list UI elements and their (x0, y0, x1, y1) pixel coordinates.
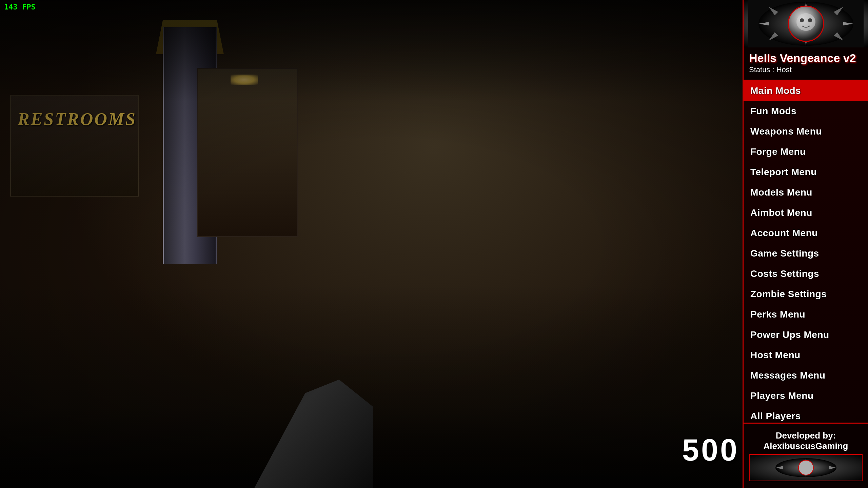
menu-item-weapons-menu[interactable]: Weapons Menu (744, 121, 868, 142)
menu-item-forge-menu[interactable]: Forge Menu (744, 142, 868, 162)
menu-item-main-mods[interactable]: Main Mods (744, 81, 868, 101)
game-viewport: RESTROOMS (0, 0, 868, 488)
fps-counter: 143 FPS (4, 3, 36, 11)
menu-panel: Hells Vengeance v2 Status : Host Main Mo… (743, 0, 868, 488)
menu-title-area: Hells Vengeance v2 Status : Host (744, 47, 868, 80)
footer-logo-image (772, 458, 840, 478)
restrooms-sign: RESTROOMS (18, 109, 137, 129)
ceiling-shadow (0, 0, 743, 102)
restrooms-area: RESTROOMS (10, 95, 139, 197)
svg-point-19 (798, 460, 813, 475)
footer-text: Developed by: AlexibuscusGaming (749, 430, 863, 451)
menu-status: Status : Host (749, 65, 863, 74)
menu-item-models-menu[interactable]: Models Menu (744, 182, 868, 203)
menu-item-power-ups-menu[interactable]: Power Ups Menu (744, 325, 868, 345)
menu-item-account-menu[interactable]: Account Menu (744, 223, 868, 243)
menu-item-aimbot-menu[interactable]: Aimbot Menu (744, 203, 868, 223)
logo-spikes (748, 0, 864, 47)
menu-item-perks-menu[interactable]: Perks Menu (744, 304, 868, 325)
menu-header: Hells Vengeance v2 Status : Host (744, 0, 868, 81)
menu-logo-area (744, 0, 868, 47)
menu-item-zombie-settings[interactable]: Zombie Settings (744, 284, 868, 304)
score-display: 500 (682, 433, 739, 468)
footer-logo (749, 454, 863, 481)
menu-item-teleport-menu[interactable]: Teleport Menu (744, 162, 868, 182)
menu-item-all-players[interactable]: All Players (744, 406, 868, 423)
spike-container (744, 0, 868, 47)
menu-item-messages-menu[interactable]: Messages Menu (744, 365, 868, 386)
menu-footer: Developed by: AlexibuscusGaming (744, 423, 868, 488)
menu-item-costs-settings[interactable]: Costs Settings (744, 264, 868, 284)
menu-item-players-menu[interactable]: Players Menu (744, 386, 868, 406)
svg-point-11 (796, 13, 815, 31)
menu-item-host-menu[interactable]: Host Menu (744, 345, 868, 365)
menu-items-list: Main ModsFun ModsWeapons MenuForge MenuT… (744, 81, 868, 423)
svg-point-13 (808, 18, 812, 22)
menu-item-game-settings[interactable]: Game Settings (744, 243, 868, 264)
menu-title: Hells Vengeance v2 (749, 52, 863, 65)
svg-point-12 (800, 18, 804, 22)
menu-item-fun-mods[interactable]: Fun Mods (744, 101, 868, 121)
